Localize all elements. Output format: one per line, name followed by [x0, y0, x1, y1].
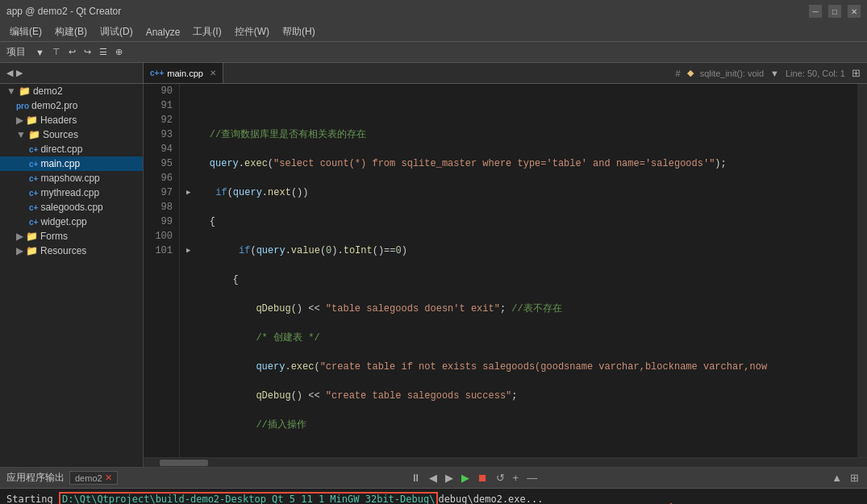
folder-icon-sources: 📁 [28, 129, 40, 140]
annotation-container: ↑ qt中创建的数据库所在路径 ↓ [604, 497, 738, 504]
sidebar-item-resources[interactable]: ▶ 📁 Resources [0, 244, 143, 258]
menu-controls[interactable]: 控件(W) [228, 23, 276, 40]
code-line-91: //查询数据库里是否有相关表的存在 [186, 127, 857, 142]
sidebar-item-widget[interactable]: c+ widget.cpp [0, 215, 143, 229]
output-path-end: debug\demo2.exe... [438, 494, 543, 504]
file-icon-direct: c+ [29, 145, 38, 154]
close-button[interactable]: ✕ [848, 5, 861, 18]
output-btn-prev[interactable]: ◀ [427, 472, 439, 484]
sidebar-label-direct: direct.cpp [40, 144, 82, 155]
code-editor[interactable]: 90 91 92 93 94 95 96 97 98 99 100 101 //… [144, 84, 867, 467]
toolbar-btn-add1[interactable]: ☰ [96, 45, 110, 59]
file-icon-pro: pro [16, 102, 29, 110]
nav-back-btn[interactable]: ◀ [6, 68, 13, 78]
toolbar-btn-add2[interactable]: ⊕ [112, 45, 126, 59]
tab-expand-btn[interactable]: ⊞ [852, 67, 861, 79]
code-line-99: query.exec("create table if not exists s… [186, 360, 857, 374]
code-line-90 [186, 98, 857, 113]
expand-icon-forms: ▶ [16, 231, 23, 242]
minimize-button[interactable]: ─ [809, 5, 822, 18]
sidebar-item-demo2pro[interactable]: pro demo2.pro [0, 98, 143, 113]
output-btn-restart[interactable]: ↺ [494, 472, 506, 484]
scrollbar[interactable] [857, 84, 867, 457]
file-tab-bar: ◀ ▶ c++ main.cpp ✕ # ◆ sqlite_init(): vo… [0, 63, 867, 84]
h-scrollbar[interactable] [144, 457, 867, 467]
output-expand-btn[interactable]: ▲ [830, 472, 844, 484]
output-tab-demo2[interactable]: demo2 ✕ [69, 471, 118, 485]
code-line-95: ▶ if(query.value(0).toInt()==0) [186, 244, 857, 258]
output-tab-label: demo2 [75, 473, 102, 483]
output-btn-plus[interactable]: + [511, 472, 521, 484]
line-numbers: 90 91 92 93 94 95 96 97 98 99 100 101 [144, 84, 180, 457]
file-icon-mythread: c+ [29, 189, 38, 198]
sidebar-item-forms[interactable]: ▶ 📁 Forms [0, 229, 143, 244]
sidebar-tab-area: ◀ ▶ [0, 63, 144, 83]
maximize-button[interactable]: □ [828, 5, 841, 18]
sidebar-label-sources: Sources [43, 129, 78, 140]
file-tab-icon: c++ [150, 69, 164, 77]
toolbar-btn-1[interactable]: ▼ [32, 45, 48, 59]
menu-edit[interactable]: 编辑(E) [3, 23, 48, 40]
folder-icon-demo2: 📁 [19, 85, 31, 97]
file-tab-name: main.cpp [167, 69, 203, 78]
output-btn-stop[interactable]: ⏹ [476, 472, 490, 484]
menu-analyze[interactable]: Analyze [140, 25, 187, 40]
sidebar-item-direct[interactable]: c+ direct.cpp [0, 142, 143, 156]
code-line-94: { [186, 215, 857, 229]
output-float-btn[interactable]: ⊞ [848, 472, 861, 484]
file-tab-close[interactable]: ✕ [210, 69, 216, 77]
code-line-96: { [186, 273, 857, 287]
file-icon-widget: c+ [29, 218, 38, 227]
sidebar-item-salegoods[interactable]: c+ salegoods.cpp [0, 200, 143, 215]
folder-icon-forms: 📁 [26, 231, 38, 242]
output-btn-next[interactable]: ▶ [444, 472, 455, 484]
hash-sep: # [676, 69, 681, 78]
sidebar-item-headers[interactable]: ▶ 📁 Headers [0, 113, 143, 127]
sidebar-item-mythread[interactable]: c+ mythread.cpp [0, 185, 143, 200]
sidebar-item-main[interactable]: c+ main.cpp [0, 156, 143, 171]
expand-icon-resources: ▶ [16, 245, 23, 256]
output-toolbar: 应用程序输出 demo2 ✕ ⏸ ◀ ▶ ▶ ⏹ ↺ + — ▲ ⊞ [0, 468, 867, 489]
code-text[interactable]: //查询数据库里是否有相关表的存在 query.exec("select cou… [180, 84, 857, 457]
title-text: app @ demo2 - Qt Creator [6, 6, 121, 17]
menu-debug[interactable]: 调试(D) [94, 23, 140, 40]
code-line-92: query.exec("select count(*) from sqlite_… [186, 156, 857, 171]
sidebar-label-mythread: mythread.cpp [40, 187, 99, 198]
toolbar-btn-fwd[interactable]: ↪ [81, 45, 94, 59]
file-icon-main: c+ [29, 160, 38, 169]
func-icon: ◆ [687, 68, 694, 78]
nav-fwd-btn[interactable]: ▶ [16, 68, 23, 78]
tab-dropdown-btn[interactable]: ▼ [770, 69, 779, 78]
menu-help[interactable]: 帮助(H) [276, 23, 322, 40]
output-content: Starting D:\Qt\Qtproject\build-demo2-Des… [0, 489, 867, 504]
output-btn-pause[interactable]: ⏸ [409, 472, 423, 484]
h-scroll-thumb[interactable] [160, 460, 208, 466]
window-controls: ─ □ ✕ [809, 5, 861, 18]
project-label: 项目 [3, 45, 29, 59]
output-btn-minus[interactable]: — [525, 472, 539, 484]
menu-build[interactable]: 构建(B) [48, 23, 94, 40]
menu-tools[interactable]: 工具(I) [186, 23, 227, 40]
title-bar: app @ demo2 - Qt Creator ─ □ ✕ [0, 0, 867, 23]
sidebar-item-sources[interactable]: ▼ 📁 Sources [0, 127, 143, 142]
code-line-97: qDebug() << "table salegoods doesn't exi… [186, 302, 857, 316]
sidebar-item-demo2[interactable]: ▼ 📁 demo2 [0, 84, 143, 98]
folder-icon-headers: 📁 [26, 115, 38, 126]
output-tab-close[interactable]: ✕ [105, 473, 112, 483]
sidebar-label-widget: widget.cpp [40, 216, 86, 227]
code-line-101: //插入操作 [186, 418, 857, 432]
sidebar-label-headers: Headers [40, 115, 77, 126]
code-content: 90 91 92 93 94 95 96 97 98 99 100 101 //… [144, 84, 867, 457]
toolbar-btn-filter[interactable]: ⊤ [49, 45, 64, 59]
folder-icon-resources: 📁 [26, 245, 38, 256]
sidebar: ▼ 📁 demo2 pro demo2.pro ▶ 📁 Headers ▼ 📁 … [0, 84, 144, 467]
toolbar-btn-back[interactable]: ↩ [65, 45, 79, 59]
sidebar-label-mapshow: mapshow.cpp [40, 173, 99, 184]
file-tab-main[interactable]: c++ main.cpp ✕ [144, 63, 223, 83]
sidebar-item-mapshow[interactable]: c+ mapshow.cpp [0, 171, 143, 185]
expand-icon-demo2: ▼ [6, 85, 16, 97]
output-btn-run[interactable]: ▶ [460, 472, 471, 484]
tab-right-area: # ◆ sqlite_init(): void ▼ Line: 50, Col:… [223, 63, 867, 83]
code-line-100: qDebug() << "create table salegoods succ… [186, 389, 857, 403]
output-title: 应用程序输出 [6, 471, 65, 485]
